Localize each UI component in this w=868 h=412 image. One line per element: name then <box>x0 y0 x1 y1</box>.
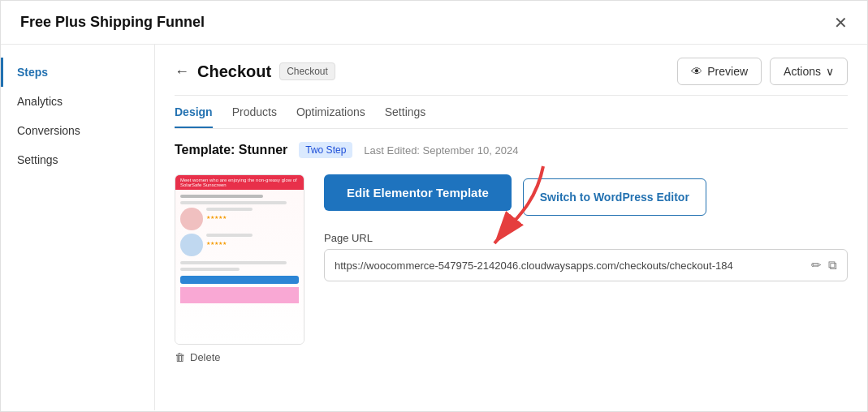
thumb-footer <box>180 287 299 303</box>
tab-settings[interactable]: Settings <box>385 105 426 128</box>
thumb-line-1 <box>180 195 263 198</box>
tab-design[interactable]: Design <box>175 105 213 128</box>
thumb-text-block-2: ★★★★★ <box>206 234 299 256</box>
thumb-line-3 <box>180 268 240 271</box>
modal-body: Steps Analytics Conversions Settings ← C… <box>1 45 867 410</box>
template-section: Template: Stunner Two Step Last Edited: … <box>175 142 848 158</box>
thumbnail-column: Meet women who are enjoying the non-grea… <box>175 174 304 363</box>
buttons-row: Edit Elementor Template Switch to WordPr… <box>324 174 848 219</box>
sidebar-item-conversions[interactable]: Conversions <box>1 116 154 145</box>
thumb-image-row-1: ★★★★★ <box>180 208 299 230</box>
actions-button[interactable]: Actions ∨ <box>770 58 848 85</box>
content-header: ← Checkout Checkout 👁 Preview Actions ∨ <box>175 45 848 96</box>
copy-url-icon[interactable]: ⧉ <box>828 258 837 273</box>
eye-icon: 👁 <box>691 65 702 78</box>
thumb-line-2 <box>180 201 287 204</box>
modal-title: Free Plus Shipping Funnel <box>20 14 205 31</box>
thumb-avatar-1 <box>180 208 203 230</box>
thumbnail-inner: Meet women who are enjoying the non-grea… <box>175 175 304 344</box>
trash-icon: 🗑 <box>175 351 185 363</box>
thumb-top-bar: Meet women who are enjoying the non-grea… <box>175 175 304 190</box>
chevron-down-icon: ∨ <box>826 65 834 78</box>
thumb-top-bar-text: Meet women who are enjoying the non-grea… <box>180 178 299 187</box>
thumb-avatar-2 <box>180 234 203 256</box>
main-area: Meet women who are enjoying the non-grea… <box>175 174 848 363</box>
thumb-name-line-2 <box>206 234 253 237</box>
page-url-label: Page URL <box>324 232 848 244</box>
thumb-image-row-2: ★★★★★ <box>180 234 299 256</box>
sidebar: Steps Analytics Conversions Settings <box>1 45 155 410</box>
header-right: 👁 Preview Actions ∨ <box>677 58 848 85</box>
preview-button[interactable]: 👁 Preview <box>677 58 762 85</box>
main-content: ← Checkout Checkout 👁 Preview Actions ∨ … <box>155 45 867 410</box>
modal-header: Free Plus Shipping Funnel ✕ <box>1 1 867 45</box>
page-title: Checkout <box>197 62 271 81</box>
delete-section[interactable]: 🗑 Delete <box>175 345 304 363</box>
thumb-text-block-1: ★★★★★ <box>206 208 299 230</box>
wordpress-editor-button[interactable]: Switch to WordPress Editor <box>523 178 706 216</box>
sidebar-item-analytics[interactable]: Analytics <box>1 87 154 116</box>
url-input-wrapper: https://woocommerce-547975-2142046.cloud… <box>324 249 848 281</box>
header-left: ← Checkout Checkout <box>175 62 335 81</box>
thumb-stars-2: ★★★★★ <box>206 240 299 246</box>
sidebar-item-steps[interactable]: Steps <box>1 58 154 87</box>
url-text: https://woocommerce-547975-2142046.cloud… <box>335 260 805 272</box>
thumb-divider <box>180 261 287 264</box>
thumb-name-line <box>206 208 253 211</box>
right-section: Edit Elementor Template Switch to WordPr… <box>324 174 848 281</box>
tab-optimizations[interactable]: Optimizations <box>296 105 365 128</box>
checkout-badge: Checkout <box>279 62 335 80</box>
twostep-badge: Two Step <box>299 142 352 158</box>
thumb-cta-btn <box>180 276 299 284</box>
back-button[interactable]: ← <box>175 63 189 80</box>
thumb-stars: ★★★★★ <box>206 214 299 220</box>
last-edited: Last Edited: September 10, 2024 <box>364 144 518 157</box>
tab-bar: Design Products Optimizations Settings <box>175 96 848 129</box>
delete-label: Delete <box>190 351 221 363</box>
template-preview-thumbnail: Meet women who are enjoying the non-grea… <box>175 174 304 345</box>
tab-products[interactable]: Products <box>232 105 277 128</box>
close-icon[interactable]: ✕ <box>834 15 848 31</box>
edit-elementor-button[interactable]: Edit Elementor Template <box>324 174 512 211</box>
sidebar-item-settings[interactable]: Settings <box>1 145 154 174</box>
edit-url-icon[interactable]: ✏ <box>811 258 822 273</box>
template-label: Template: Stunner <box>175 143 287 157</box>
thumb-content: ★★★★★ ★★★★★ <box>175 190 304 308</box>
